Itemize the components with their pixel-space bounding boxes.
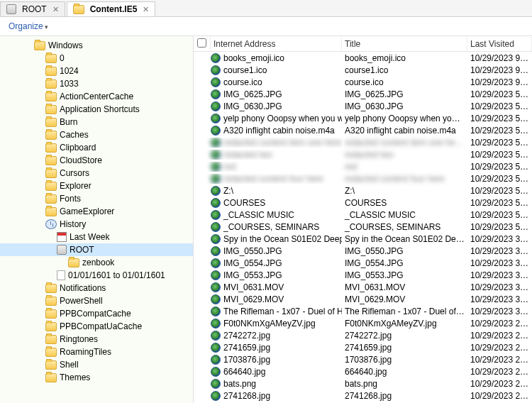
cell-address: yelp phony Ooopsy when you wan... xyxy=(223,114,342,123)
list-row[interactable]: IMG_0630.JPGIMG_0630.JPG10/29/2023 5:22 … xyxy=(194,100,532,112)
tree-item[interactable]: Shell xyxy=(0,358,193,371)
tab-bar: ROOT ✕ Content.IE5 ✕ xyxy=(0,0,532,17)
cell-last-visited: 10/29/2023 3:41 PM xyxy=(467,234,532,244)
select-all-checkbox[interactable] xyxy=(197,38,206,48)
tree-item[interactable]: Notifications xyxy=(0,282,193,294)
list-row[interactable]: 2741268.jpg2741268.jpg10/29/2023 2:26 PM xyxy=(194,390,532,402)
cell-last-visited: 10/29/2023 9:34 PM xyxy=(467,53,532,63)
tree-item[interactable]: Last Week xyxy=(0,231,193,243)
list-row[interactable]: redacted tworedacted two10/29/2023 5:17 … xyxy=(194,148,532,160)
list-row[interactable]: IMG_0554.JPGIMG_0554.JPG10/29/2023 3:41 … xyxy=(194,257,532,269)
tree-item[interactable]: PowerShell xyxy=(0,294,193,307)
list-row[interactable]: redred10/29/2023 5:17 PM xyxy=(194,160,532,172)
list-row[interactable]: redacted content item one hereredacted c… xyxy=(194,136,532,148)
list-row[interactable]: IMG_0550.JPGIMG_0550.JPG10/29/2023 3:41 … xyxy=(194,245,532,257)
toolbar: Organize xyxy=(0,17,532,36)
globe-icon xyxy=(211,343,221,353)
tree-item[interactable]: PPBCompatCache xyxy=(0,307,193,320)
tree-item[interactable]: PPBCompatUaCache xyxy=(0,320,193,333)
folder-icon xyxy=(45,67,57,76)
globe-icon xyxy=(211,367,221,377)
list-row[interactable]: 664640.jpg664640.jpg10/29/2023 2:34 PM xyxy=(194,365,532,377)
tree-item-label: 01/01/1601 to 01/01/1601 xyxy=(68,270,165,280)
tree-item[interactable]: 01/01/1601 to 01/01/1601 xyxy=(0,269,193,282)
tree-item[interactable]: 1033 xyxy=(0,77,193,90)
list-row[interactable]: yelp phony Ooopsy when you wan...yelp ph… xyxy=(194,112,532,124)
tree-item[interactable]: History xyxy=(0,218,193,231)
tree-item[interactable]: Ringtones xyxy=(0,333,193,346)
tree-item[interactable]: GameExplorer xyxy=(0,205,193,218)
cell-last-visited: 10/29/2023 5:01 PM xyxy=(467,222,532,232)
tree-item[interactable]: Fonts xyxy=(0,192,193,205)
cell-last-visited: 10/29/2023 9:33 PM xyxy=(467,77,532,87)
list-row[interactable]: 2742272.jpg2742272.jpg10/29/2023 2:35 PM xyxy=(194,329,532,341)
tab-content-ie5[interactable]: Content.IE5 ✕ xyxy=(67,1,156,16)
close-icon[interactable]: ✕ xyxy=(143,5,149,14)
organize-button[interactable]: Organize xyxy=(9,21,48,31)
cell-last-visited: 10/29/2023 5:17 PM xyxy=(467,150,532,160)
close-icon[interactable]: ✕ xyxy=(52,5,59,14)
file-list[interactable]: Internet Address Title Last Visited book… xyxy=(194,36,532,403)
column-internet-address[interactable]: Internet Address xyxy=(211,37,342,51)
folder-icon xyxy=(45,335,57,344)
column-title[interactable]: Title xyxy=(342,37,467,51)
tree-item[interactable]: RoamingTiles xyxy=(0,346,193,358)
list-row[interactable]: The Rifleman - 1x07 - Duel of Hon...The … xyxy=(194,305,532,317)
list-row[interactable]: Spy in the Ocean S01E02 Deep Feeli...Spy… xyxy=(194,233,532,245)
list-row[interactable]: MVI_0629.MOVMVI_0629.MOV10/29/2023 3:39 … xyxy=(194,293,532,305)
globe-icon xyxy=(211,210,221,220)
tree-item[interactable]: Caches xyxy=(0,128,193,141)
column-checkbox[interactable] xyxy=(194,36,211,52)
list-row[interactable]: IMG_0553.JPGIMG_0553.JPG10/29/2023 3:41 … xyxy=(194,269,532,281)
list-row[interactable]: _COURSES, SEMINARS_COURSES, SEMINARS10/2… xyxy=(194,221,532,233)
tree-item-label: PPBCompatUaCache xyxy=(60,321,142,331)
list-row[interactable]: Z:\Z:\10/29/2023 5:12 PM xyxy=(194,184,532,197)
cell-address: bats.png xyxy=(223,379,256,389)
list-row[interactable]: redacted content four hereredacted conte… xyxy=(194,172,532,184)
cell-address: Z:\ xyxy=(223,186,233,196)
list-row[interactable]: F0t0NKmXgAMeyZV.jpgF0t0NKmXgAMeyZV.jpg10… xyxy=(194,317,532,329)
column-last-visited[interactable]: Last Visited xyxy=(467,37,532,51)
cell-address: course.ico xyxy=(223,77,262,87)
tree-item[interactable]: ROOT xyxy=(0,243,193,256)
folder-icon xyxy=(45,194,57,204)
tree-item[interactable]: 0 xyxy=(0,52,193,65)
globe-icon xyxy=(211,126,221,136)
tree-item[interactable]: Burn xyxy=(0,116,193,128)
tree-item[interactable]: CloudStore xyxy=(0,154,193,167)
tree-item[interactable]: Windows xyxy=(0,39,193,52)
list-row[interactable]: course1.icocourse1.ico10/29/2023 9:33 PM xyxy=(194,64,532,76)
cell-title: redacted content item one here longer xyxy=(342,138,467,148)
tree-item[interactable]: 1024 xyxy=(0,65,193,77)
tab-root[interactable]: ROOT ✕ xyxy=(0,1,65,16)
tree-item-label: 1033 xyxy=(60,79,79,89)
list-row[interactable]: course.icocourse.ico10/29/2023 9:33 PM xyxy=(194,76,532,88)
cell-address: The Rifleman - 1x07 - Duel of Hon... xyxy=(223,307,342,316)
tree-item-label: PowerShell xyxy=(60,296,103,306)
tree-item[interactable]: Clipboard xyxy=(0,141,193,154)
globe-icon xyxy=(211,77,221,87)
tree-item-label: RoamingTiles xyxy=(60,347,111,357)
cell-title: IMG_0630.JPG xyxy=(342,101,467,111)
list-row[interactable]: _CLASSIC MUSIC_CLASSIC MUSIC10/29/2023 5… xyxy=(194,209,532,221)
tree-item-label: Burn xyxy=(60,117,77,127)
tree-item[interactable]: Application Shortcuts xyxy=(0,103,193,116)
tree-item[interactable]: Themes xyxy=(0,371,193,384)
list-row[interactable]: A320 inflight cabin noise.m4aA320 inflig… xyxy=(194,124,532,136)
folder-icon xyxy=(45,54,57,63)
tab-label: Content.IE5 xyxy=(90,4,138,14)
list-row[interactable]: books_emoji.icobooks_emoji.ico10/29/2023… xyxy=(194,52,532,64)
folder-tree[interactable]: Windows010241033ActionCenterCacheApplica… xyxy=(0,36,194,403)
tree-item[interactable]: zenbook xyxy=(0,256,193,269)
folder-icon xyxy=(45,360,57,370)
tree-item-label: Cursors xyxy=(60,168,89,178)
tree-item[interactable]: Cursors xyxy=(0,167,193,180)
list-row[interactable]: bats.pngbats.png10/29/2023 2:32 PM xyxy=(194,377,532,390)
tree-item[interactable]: Explorer xyxy=(0,180,193,192)
list-row[interactable]: COURSESCOURSES10/29/2023 5:12 PM xyxy=(194,197,532,209)
tree-item[interactable]: ActionCenterCache xyxy=(0,90,193,103)
list-row[interactable]: 1703876.jpg1703876.jpg10/29/2023 2:34 PM xyxy=(194,353,532,365)
list-row[interactable]: IMG_0625.JPGIMG_0625.JPG10/29/2023 5:24 … xyxy=(194,88,532,100)
list-row[interactable]: 2741659.jpg2741659.jpg10/29/2023 2:34 PM xyxy=(194,341,532,353)
list-row[interactable]: MVI_0631.MOVMVI_0631.MOV10/29/2023 3:40 … xyxy=(194,281,532,293)
